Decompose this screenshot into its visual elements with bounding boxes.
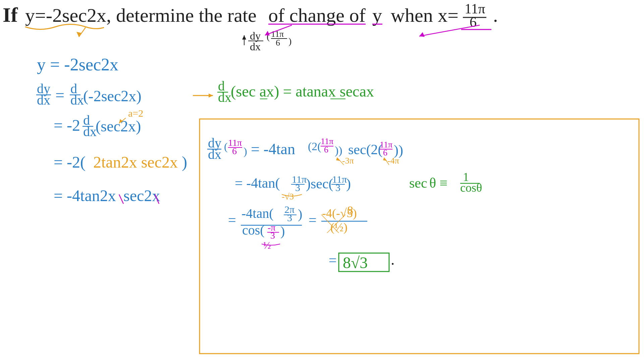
- svg-text:)): )): [335, 144, 342, 157]
- svg-marker-18: [242, 35, 246, 40]
- svg-text:)sec(: )sec(: [306, 176, 333, 192]
- svg-text:θ ≡: θ ≡: [429, 175, 447, 191]
- svg-text:y: y: [372, 4, 382, 26]
- svg-text:-4tan(: -4tan(: [241, 206, 274, 221]
- svg-text:(: (: [224, 140, 228, 153]
- svg-text:dx: dx: [208, 147, 221, 162]
- svg-text:of change of: of change of: [268, 4, 366, 26]
- svg-text:6: 6: [324, 145, 328, 155]
- svg-text:(sec2x): (sec2x): [96, 118, 141, 135]
- svg-text:.: .: [391, 251, 395, 268]
- svg-text:sec: sec: [409, 175, 427, 191]
- svg-text:=: =: [228, 212, 236, 228]
- svg-text:6: 6: [470, 14, 477, 30]
- svg-text:=: =: [329, 252, 337, 268]
- svg-text:(sec ax) = atanax secax: (sec ax) = atanax secax: [231, 83, 374, 100]
- svg-text:dx: dx: [218, 90, 231, 105]
- svg-text:=: =: [309, 212, 317, 228]
- svg-text:cosθ: cosθ: [460, 181, 482, 194]
- math-content: If y=-2sec2x, determine the rate of chan…: [0, 0, 644, 362]
- svg-text:3: 3: [295, 182, 300, 193]
- svg-text:6: 6: [232, 146, 237, 156]
- svg-text:dx: dx: [70, 93, 84, 108]
- svg-text:cos(: cos(: [242, 223, 265, 238]
- svg-text:= -2: = -2: [54, 116, 80, 134]
- svg-marker-83: [336, 158, 340, 161]
- svg-text:8√3: 8√3: [343, 254, 368, 272]
- svg-text:.: .: [493, 4, 498, 26]
- svg-text:If: If: [3, 3, 18, 26]
- svg-text:3: 3: [270, 230, 275, 241]
- svg-text:-4π: -4π: [387, 156, 399, 166]
- svg-marker-53: [209, 94, 213, 98]
- svg-marker-27: [419, 32, 425, 37]
- svg-text:8: 8: [347, 204, 353, 217]
- svg-text:y=-2sec2x, determine the rate: y=-2sec2x, determine the rate: [25, 4, 257, 26]
- svg-text:2tan2x sec2x: 2tan2x sec2x: [93, 153, 178, 171]
- svg-text:): ): [298, 206, 302, 222]
- svg-text:3: 3: [287, 212, 292, 223]
- svg-text:when x=: when x=: [391, 4, 459, 26]
- svg-text:): ): [182, 153, 187, 171]
- svg-text:dx: dx: [37, 93, 50, 108]
- svg-text:= -4tan2x: = -4tan2x: [54, 187, 116, 204]
- svg-text:): ): [288, 36, 291, 46]
- svg-text:6: 6: [276, 38, 280, 48]
- svg-text:3: 3: [335, 182, 340, 193]
- svg-text:-√3: -√3: [282, 192, 294, 201]
- svg-line-12: [79, 27, 86, 37]
- svg-line-26: [419, 25, 480, 36]
- svg-text:): ): [346, 176, 351, 192]
- svg-text:-3π: -3π: [342, 156, 354, 166]
- svg-line-49: [119, 194, 123, 204]
- svg-text:): ): [244, 145, 247, 157]
- svg-text:=: =: [55, 86, 64, 104]
- svg-text:dx: dx: [83, 124, 97, 139]
- svg-text:y = -2sec2x: y = -2sec2x: [37, 55, 118, 74]
- main-canvas: If y=-2sec2x, determine the rate of chan…: [0, 0, 644, 362]
- svg-text:= -2(: = -2(: [54, 153, 86, 171]
- svg-text:dy: dy: [250, 30, 261, 42]
- svg-text:6: 6: [383, 148, 387, 158]
- svg-text:(2(: (2(: [308, 140, 321, 153]
- svg-text:sec2x: sec2x: [123, 187, 160, 204]
- svg-text:(-2sec2x): (-2sec2x): [83, 87, 142, 105]
- svg-text:= -4tan: = -4tan: [251, 140, 295, 158]
- svg-marker-86: [383, 158, 387, 161]
- svg-text:a=2: a=2: [128, 108, 143, 119]
- svg-text:dx: dx: [250, 41, 261, 53]
- svg-text:= -4tan(: = -4tan(: [235, 175, 280, 191]
- svg-text:): ): [280, 224, 285, 239]
- svg-text:sec(2(: sec(2(: [348, 142, 383, 158]
